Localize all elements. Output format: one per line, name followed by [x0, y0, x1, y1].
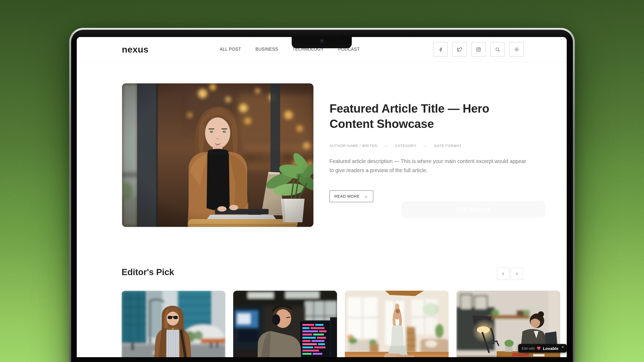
hero-date: DATE FORMAT — [434, 144, 462, 148]
theme-sun-icon — [514, 47, 519, 52]
cafe-woman-laptop-illustration — [122, 83, 313, 227]
laptop-screen: nexus ALL POST BUSINESS TECHNOLOGY PODCA… — [77, 37, 567, 357]
search-icon — [495, 47, 500, 52]
hero-title: Featured Article Title — Hero Content Sh… — [330, 101, 496, 131]
hero-description: Featured article description — This is w… — [330, 157, 530, 175]
instagram-icon — [476, 47, 481, 52]
lovable-badge[interactable]: Edit with Lovable × — [518, 344, 567, 353]
webcam-icon — [320, 39, 324, 43]
instagram-button[interactable] — [471, 42, 486, 57]
laptop-notch — [292, 37, 352, 48]
hero-author[interactable]: AUTHOR NAME / WRITER — [330, 144, 377, 148]
meta-separator: — — [423, 144, 427, 148]
editors-pick-card-street-style[interactable] — [122, 291, 225, 357]
card-image-developer — [233, 291, 337, 357]
carousel-prev-button[interactable] — [497, 268, 509, 280]
nav-business[interactable]: BUSINESS — [255, 47, 278, 52]
arrow-right-icon: → — [364, 194, 368, 199]
chevron-left-icon — [501, 271, 506, 276]
hero-category[interactable]: CATEGORY — [395, 144, 416, 148]
editors-pick-heading: Editor's Pick — [122, 267, 174, 277]
laptop-bezel: nexus ALL POST BUSINESS TECHNOLOGY PODCA… — [71, 30, 573, 362]
badge-brand: Lovable — [543, 346, 558, 351]
twitter-button[interactable] — [452, 42, 467, 57]
facebook-button[interactable] — [433, 42, 448, 57]
lovable-heart-icon — [537, 346, 541, 350]
ghost-get-started-button[interactable]: Get Started — [401, 201, 545, 218]
facebook-icon — [438, 47, 443, 52]
meta-separator: — — [384, 144, 388, 148]
read-more-label: READ MORE — [334, 194, 360, 198]
nav-all-post[interactable]: ALL POST — [220, 47, 241, 52]
twitter-icon — [457, 47, 462, 52]
badge-close-icon[interactable]: × — [562, 345, 564, 349]
editors-pick-card-yoga[interactable] — [345, 291, 449, 357]
hero-featured-image[interactable] — [122, 83, 313, 227]
chevron-right-icon — [514, 271, 519, 276]
laptop-mockup: nexus ALL POST BUSINESS TECHNOLOGY PODCA… — [69, 28, 575, 362]
card-image-yoga — [345, 291, 449, 357]
card-image-street-style — [122, 291, 225, 357]
carousel-next-button[interactable] — [511, 268, 523, 280]
editors-pick-card-developer[interactable] — [233, 291, 337, 357]
badge-prefix: Edit with — [522, 346, 535, 350]
theme-toggle-button[interactable] — [509, 42, 524, 57]
hero-meta: AUTHOR NAME / WRITER — CATEGORY — DATE F… — [330, 144, 462, 148]
editors-pick-carousel — [122, 291, 560, 357]
read-more-button[interactable]: READ MORE → — [330, 190, 373, 202]
search-button[interactable] — [490, 42, 505, 57]
header-actions — [433, 42, 524, 57]
site-logo[interactable]: nexus — [122, 44, 148, 55]
